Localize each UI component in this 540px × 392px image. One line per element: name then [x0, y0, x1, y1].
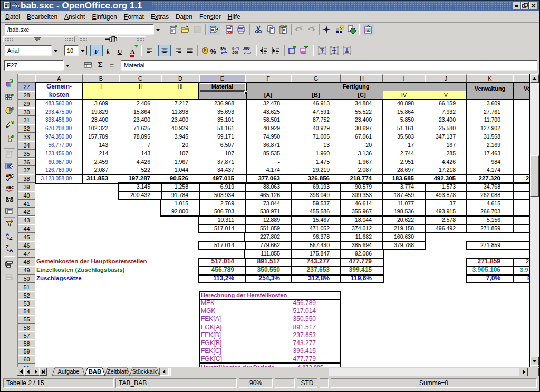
svg-text:ABC: ABC: [6, 185, 14, 189]
svg-text:.000: .000: [232, 51, 238, 54]
svg-text:Aufgabe: Aufgabe: [58, 368, 80, 375]
svg-text:$%: $%: [220, 47, 226, 51]
svg-text:Stückkalk: Stückkalk: [132, 368, 157, 375]
svg-text:Zeitblatt: Zeitblatt: [107, 368, 128, 375]
svg-text:A: A: [9, 248, 13, 252]
svg-text:BAB: BAB: [89, 368, 101, 375]
svg-text:A: A: [6, 232, 9, 237]
svg-text:.000: .000: [243, 46, 250, 50]
svg-text:0←: 0←: [244, 51, 248, 54]
svg-text:Z: Z: [9, 236, 13, 240]
svg-text:0→: 0→: [232, 47, 237, 50]
svg-text:Z: Z: [6, 244, 9, 249]
